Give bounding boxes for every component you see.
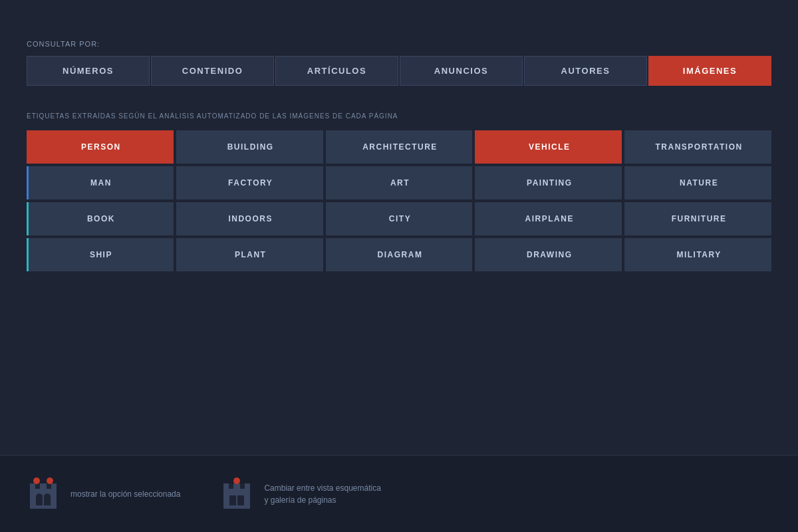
tag-building[interactable]: BUILDING — [176, 130, 323, 164]
tag-vehicle[interactable]: VEHICLE — [475, 130, 622, 164]
svg-rect-10 — [223, 489, 250, 509]
nav-tab-contenido[interactable]: CONTENIDO — [151, 56, 274, 86]
tag-airplane[interactable]: AIRPLANE — [475, 202, 622, 235]
nav-tab-autores[interactable]: AUTORES — [524, 56, 647, 86]
castle-icon-2 — [220, 475, 253, 512]
tag-ship[interactable]: SHIP — [27, 238, 174, 271]
svg-point-8 — [33, 477, 40, 484]
tag-city[interactable]: CITY — [326, 202, 473, 235]
tag-painting[interactable]: PAINTING — [475, 166, 622, 200]
svg-rect-4 — [35, 483, 40, 489]
svg-rect-11 — [223, 483, 229, 491]
svg-rect-15 — [240, 483, 245, 489]
tag-plant[interactable]: PLANT — [176, 238, 323, 271]
svg-rect-12 — [233, 483, 240, 491]
tag-drawing[interactable]: DRAWING — [475, 238, 622, 271]
svg-rect-7 — [44, 495, 51, 505]
footer: mostrar la opción seleccionada Cambiar e… — [0, 455, 798, 532]
svg-point-18 — [233, 477, 240, 484]
nav-tab-anuncios[interactable]: ANUNCIOS — [400, 56, 523, 86]
castle-icon-1 — [27, 475, 60, 512]
svg-rect-0 — [30, 489, 57, 509]
tag-architecture[interactable]: ARCHITECTURE — [326, 130, 473, 164]
footer-text-1: mostrar la opción seleccionada — [70, 488, 180, 500]
footer-item-2: Cambiar entre vista esquemáticay galería… — [220, 475, 380, 512]
svg-rect-13 — [245, 483, 250, 491]
tag-nature[interactable]: NATURE — [624, 166, 771, 200]
tag-man[interactable]: MAN — [27, 166, 174, 200]
tag-art[interactable]: ART — [326, 166, 473, 200]
consult-label: CONSULTAR POR: — [27, 40, 771, 48]
tag-military[interactable]: MILITARY — [624, 238, 771, 271]
footer-item-1: mostrar la opción seleccionada — [27, 475, 180, 512]
tag-factory[interactable]: FACTORY — [176, 166, 323, 200]
svg-rect-2 — [40, 483, 47, 491]
tags-grid: PERSONBUILDINGARCHITECTUREVEHICLETRANSPO… — [27, 130, 771, 271]
tag-indoors[interactable]: INDOORS — [176, 202, 323, 235]
tag-furniture[interactable]: FURNITURE — [624, 202, 771, 235]
svg-rect-16 — [229, 495, 236, 505]
svg-rect-1 — [30, 483, 35, 491]
svg-rect-17 — [237, 495, 244, 505]
nav-tab-artículos[interactable]: ARTÍCULOS — [275, 56, 398, 86]
svg-rect-5 — [47, 483, 51, 489]
tag-transportation[interactable]: TRANSPORTATION — [624, 130, 771, 164]
svg-rect-14 — [229, 483, 233, 489]
svg-rect-6 — [36, 495, 43, 505]
footer-text-2: Cambiar entre vista esquemáticay galería… — [264, 482, 380, 506]
tag-diagram[interactable]: DIAGRAM — [326, 238, 473, 271]
nav-tab-números[interactable]: NÚMEROS — [27, 56, 150, 86]
section-label: ETIQUETAS EXTRAÍDAS SEGÚN EL ANÁLISIS AU… — [27, 112, 771, 120]
svg-point-9 — [47, 477, 53, 484]
tag-person[interactable]: PERSON — [27, 130, 174, 164]
nav-tabs: NÚMEROSCONTENIDOARTÍCULOSANUNCIOSAUTORES… — [27, 56, 771, 86]
tag-book[interactable]: BOOK — [27, 202, 174, 235]
nav-tab-imágenes[interactable]: IMÁGENES — [648, 56, 771, 86]
svg-rect-3 — [51, 483, 57, 491]
